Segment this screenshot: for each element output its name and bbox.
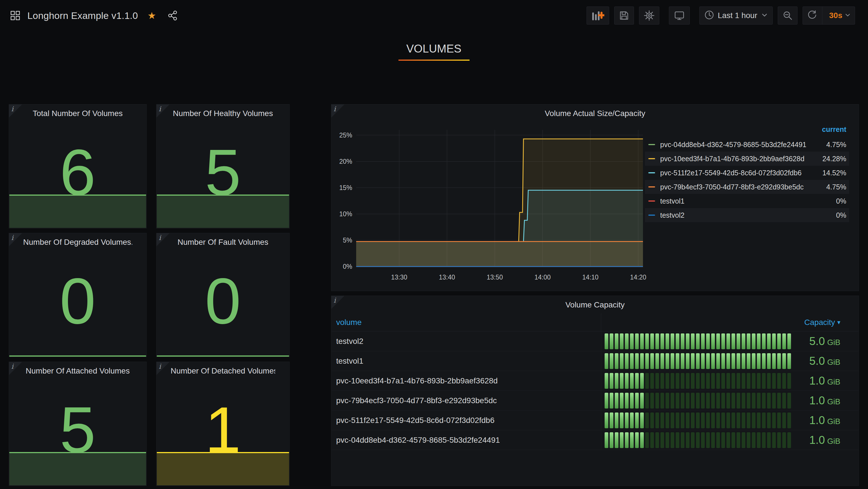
legend-header-current[interactable]: current — [645, 125, 849, 138]
stat-panel-fault-volumes: i Number Of Fault Volumes 0 — [156, 233, 290, 357]
gauge-segment-lit — [630, 432, 634, 448]
gauge-segment-lit — [686, 353, 689, 369]
gauge-segment-lit — [772, 334, 776, 349]
capacity-unit: GiB — [827, 358, 840, 367]
panel-info-icon[interactable]: i — [9, 362, 22, 375]
gauge-segment-unlit — [645, 393, 649, 408]
gauge-segment-unlit — [650, 373, 654, 389]
zoom-out-time-button[interactable] — [778, 6, 798, 25]
gauge-segment-unlit — [767, 393, 771, 408]
gauge-segment-unlit — [706, 412, 710, 428]
capacity-cell: 5.0GiB — [601, 351, 859, 371]
panel-info-icon[interactable]: i — [331, 105, 344, 117]
gauge-segment-unlit — [701, 412, 705, 428]
gauge-segment-unlit — [757, 373, 761, 389]
x-axis-tick-label: 13:50 — [487, 274, 503, 281]
gauge-segment-lit — [777, 353, 781, 369]
gauge-segment-unlit — [655, 373, 659, 389]
gauge-segment-lit — [777, 334, 781, 349]
legend-swatch — [648, 172, 655, 173]
panel-info-icon[interactable]: i — [156, 233, 169, 246]
time-range-picker[interactable]: Last 1 hour — [700, 6, 773, 25]
cycle-view-mode-button[interactable] — [669, 6, 690, 25]
gauge-segment-unlit — [691, 373, 694, 389]
column-header-capacity[interactable]: Capacity ▾ — [601, 313, 859, 331]
gauge-segment-unlit — [716, 393, 720, 408]
capacity-cell: 1.0GiB — [601, 391, 859, 410]
gauge-segment-unlit — [762, 393, 766, 408]
gauge-segment-unlit — [767, 432, 771, 448]
legend-item[interactable]: testvol20% — [645, 208, 849, 222]
gauge-segment-unlit — [726, 373, 730, 389]
gauge-segment-lit — [625, 334, 628, 349]
time-series-chart[interactable]: 0%5%10%15%20%25%13:3013:4013:5014:0014:1… — [334, 122, 647, 289]
dashboards-grid-icon[interactable] — [10, 10, 21, 21]
gauge-segment-unlit — [732, 432, 735, 448]
panel-info-icon[interactable]: i — [156, 105, 169, 117]
gauge-segment-lit — [660, 353, 664, 369]
legend-item[interactable]: pvc-511f2e17-5549-42d5-8c6d-072f3d02fdb6… — [645, 166, 849, 180]
panel-title: Volume Capacity — [345, 300, 845, 310]
legend-item[interactable]: pvc-04dd8eb4-d362-4579-8685-5b3d2fe24491… — [645, 138, 849, 152]
legend-item[interactable]: pvc-79b4ecf3-7050-4d77-8bf3-e292d93be5dc… — [645, 180, 849, 194]
x-axis-tick-label: 13:40 — [439, 274, 455, 281]
gauge-segment-unlit — [767, 373, 771, 389]
gauge-segment-lit — [737, 353, 740, 369]
gauge-segment-unlit — [701, 393, 705, 408]
panel-info-icon[interactable]: i — [9, 233, 22, 246]
column-header-volume[interactable]: volume — [332, 313, 601, 331]
legend-item[interactable]: testvol10% — [645, 194, 849, 208]
gauge-segment-lit — [742, 353, 745, 369]
gauge-segment-lit — [640, 432, 644, 448]
refresh-icon[interactable] — [807, 9, 817, 22]
capacity-cell: 5.0GiB — [601, 332, 859, 351]
gauge-segment-unlit — [691, 432, 694, 448]
stat-panel-total-volumes: i Total Number Of Volumes 6 — [9, 104, 147, 228]
gauge-segment-lit — [635, 432, 639, 448]
panel-info-icon[interactable]: i — [9, 105, 22, 117]
dashboard-settings-button[interactable] — [639, 6, 659, 25]
gauge-segment-unlit — [655, 393, 659, 408]
add-panel-button[interactable] — [587, 6, 609, 25]
refresh-button-group[interactable]: 30s — [803, 6, 855, 25]
gauge-segment-lit — [767, 334, 771, 349]
panel-info-icon[interactable]: i — [156, 362, 169, 375]
legend-item[interactable]: pvc-10eed3f4-b7a1-4b76-893b-2bb9aef3628d… — [645, 152, 849, 166]
time-range-label: Last 1 hour — [718, 11, 757, 20]
gauge-segment-lit — [610, 412, 613, 428]
gauge-segment-lit — [767, 353, 771, 369]
panel-info-icon[interactable]: i — [331, 296, 344, 309]
gauge-segment-lit — [635, 412, 639, 428]
gauge-segment-lit — [640, 412, 644, 428]
refresh-interval-label[interactable]: 30s — [829, 11, 842, 20]
dashboard-title: Longhorn Example v1.1.0 — [27, 10, 138, 21]
gauge-segment-lit — [610, 432, 613, 448]
gauge-segment-lit — [610, 334, 613, 349]
chevron-down-icon[interactable] — [845, 12, 851, 19]
save-dashboard-button[interactable] — [614, 6, 634, 25]
capacity-cell: 1.0GiB — [601, 430, 859, 450]
gauge-segment-unlit — [757, 393, 761, 408]
gauge-segment-lit — [635, 373, 639, 389]
gauge-segment-unlit — [772, 393, 776, 408]
gauge-segment-unlit — [742, 393, 745, 408]
dashboard-title-group: Longhorn Example v1.1.0 ★ — [10, 10, 178, 21]
gauge-segment-unlit — [747, 393, 750, 408]
capacity-unit: GiB — [827, 437, 840, 445]
capacity-value: 1.0GiB — [809, 374, 840, 387]
gauge-segment-lit — [625, 393, 628, 408]
capacity-value: 1.0GiB — [809, 414, 840, 427]
gauge-segment-unlit — [686, 373, 689, 389]
gauge-segment-lit — [630, 373, 634, 389]
gauge-segment-unlit — [655, 432, 659, 448]
gauge-segment-lit — [610, 373, 613, 389]
dashboard-toolbar: Last 1 hour — [587, 6, 855, 25]
gauge-segment-lit — [772, 353, 776, 369]
gauge-segment-unlit — [716, 373, 720, 389]
gauge-segment-unlit — [777, 393, 781, 408]
gauge-segment-unlit — [671, 412, 674, 428]
gauge-segment-lit — [782, 334, 786, 349]
favorite-star-icon[interactable]: ★ — [148, 11, 156, 20]
share-icon[interactable] — [167, 10, 178, 21]
gauge-segment-unlit — [645, 432, 649, 448]
